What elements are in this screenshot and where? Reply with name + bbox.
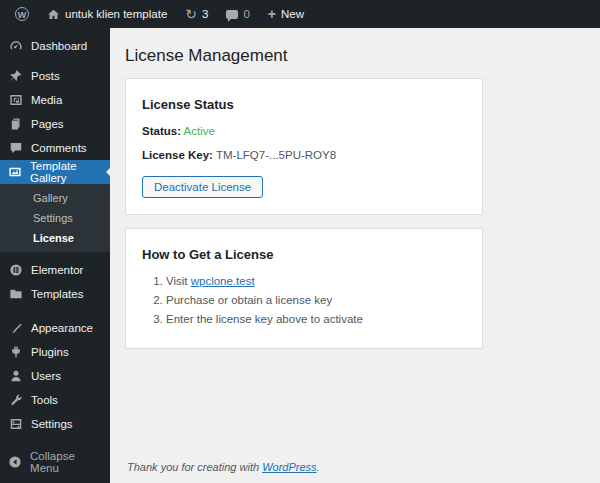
wp-logo-menu[interactable]: W	[8, 0, 36, 28]
sidebar-item-template-gallery[interactable]: Template Gallery	[0, 160, 110, 184]
template-gallery-submenu: Gallery Settings License	[0, 184, 110, 252]
license-key-value: TM-LFQ7-...5PU-ROY8	[216, 149, 336, 161]
wordpress-footer-link[interactable]: WordPress	[262, 461, 316, 473]
sidebar-item-plugins[interactable]: Plugins	[0, 340, 110, 364]
admin-sidebar: Dashboard Posts Media Pages Commen	[0, 28, 110, 483]
new-content-link[interactable]: + New	[261, 0, 311, 28]
sidebar-item-pages[interactable]: Pages	[0, 112, 110, 136]
footer-text: Thank you for creating with	[127, 461, 262, 473]
sidebar-item-label: Dashboard	[31, 40, 87, 52]
paintbrush-icon	[8, 321, 23, 335]
folder-icon	[8, 287, 23, 301]
howto-step-3: Enter the license key above to activate	[166, 313, 466, 325]
comments-count: 0	[243, 8, 249, 20]
admin-footer: Thank you for creating with WordPress.	[125, 455, 600, 483]
footer-suffix: .	[317, 461, 320, 473]
user-icon	[8, 369, 23, 383]
license-key-label: License Key:	[142, 149, 213, 161]
howto-heading: How to Get a License	[142, 247, 466, 262]
sidebar-item-comments[interactable]: Comments	[0, 136, 110, 160]
sidebar-item-appearance[interactable]: Appearance	[0, 316, 110, 340]
sidebar-item-label: Template Gallery	[30, 160, 102, 184]
comments-link[interactable]: 0	[219, 0, 256, 28]
sidebar-item-label: Tools	[31, 394, 58, 406]
collapse-menu-label: Collapse Menu	[30, 450, 102, 474]
wordpress-logo-icon: W	[15, 7, 29, 21]
status-label: Status:	[142, 125, 181, 137]
submenu-item-gallery[interactable]: Gallery	[0, 188, 110, 208]
comment-bubble-icon	[226, 10, 238, 19]
main-content: License Management License Status Status…	[110, 28, 600, 483]
comments-icon	[8, 141, 23, 155]
updates-link[interactable]: ↻ 3	[178, 0, 215, 28]
sidebar-item-label: Posts	[31, 70, 60, 82]
wrench-icon	[8, 393, 23, 407]
menu-separator	[0, 306, 110, 316]
sidebar-item-users[interactable]: Users	[0, 364, 110, 388]
status-line: Status: Active	[142, 125, 466, 137]
howto-license-card: How to Get a License Visit wpclone.test …	[125, 228, 483, 349]
step-1-text: Visit	[166, 275, 191, 287]
sidebar-item-label: Templates	[31, 288, 83, 300]
collapse-arrow-icon	[8, 455, 22, 469]
submenu-item-license[interactable]: License	[0, 228, 110, 248]
sidebar-item-label: Elementor	[31, 264, 83, 276]
gallery-icon	[8, 165, 22, 179]
site-name-label: untuk klien template	[65, 8, 167, 20]
site-name-link[interactable]: untuk klien template	[40, 0, 174, 28]
sidebar-item-media[interactable]: Media	[0, 88, 110, 112]
admin-bar: W untuk klien template ↻ 3 0 + New	[0, 0, 600, 28]
media-icon	[8, 93, 23, 107]
updates-icon: ↻	[185, 6, 197, 22]
submenu-item-settings[interactable]: Settings	[0, 208, 110, 228]
sidebar-item-label: Pages	[31, 118, 64, 130]
sidebar-item-label: Users	[31, 370, 61, 382]
sidebar-item-label: Settings	[31, 418, 73, 430]
collapse-menu-button[interactable]: Collapse Menu	[0, 450, 110, 474]
new-label: New	[281, 8, 304, 20]
sidebar-item-dashboard[interactable]: Dashboard	[0, 34, 110, 58]
sidebar-item-tools[interactable]: Tools	[0, 388, 110, 412]
sidebar-item-label: Appearance	[31, 322, 93, 334]
menu-separator	[0, 436, 110, 446]
howto-step-2: Purchase or obtain a license key	[166, 294, 466, 306]
sidebar-item-settings[interactable]: Settings	[0, 412, 110, 436]
sidebar-item-elementor[interactable]: Elementor	[0, 258, 110, 282]
status-value: Active	[184, 125, 215, 137]
home-icon	[47, 8, 60, 21]
plugin-icon	[8, 345, 23, 359]
license-status-card: License Status Status: Active License Ke…	[125, 78, 483, 215]
sidebar-item-label: Comments	[31, 142, 87, 154]
license-key-line: License Key: TM-LFQ7-...5PU-ROY8	[142, 149, 466, 161]
pages-icon	[8, 117, 23, 131]
howto-step-1: Visit wpclone.test	[166, 275, 466, 287]
howto-steps-list: Visit wpclone.test Purchase or obtain a …	[166, 275, 466, 325]
sidebar-item-templates[interactable]: Templates	[0, 282, 110, 306]
dashboard-icon	[8, 39, 23, 53]
sidebar-item-posts[interactable]: Posts	[0, 64, 110, 88]
settings-icon	[8, 417, 23, 431]
updates-count: 3	[202, 8, 208, 20]
deactivate-license-button[interactable]: Deactivate License	[142, 176, 263, 198]
sidebar-item-label: Plugins	[31, 346, 69, 358]
page-title: License Management	[125, 46, 600, 66]
license-status-heading: License Status	[142, 97, 466, 112]
pushpin-icon	[8, 69, 23, 83]
plus-icon: +	[268, 7, 276, 21]
wpclone-link[interactable]: wpclone.test	[191, 275, 255, 287]
elementor-icon	[8, 263, 23, 277]
sidebar-item-label: Media	[31, 94, 62, 106]
